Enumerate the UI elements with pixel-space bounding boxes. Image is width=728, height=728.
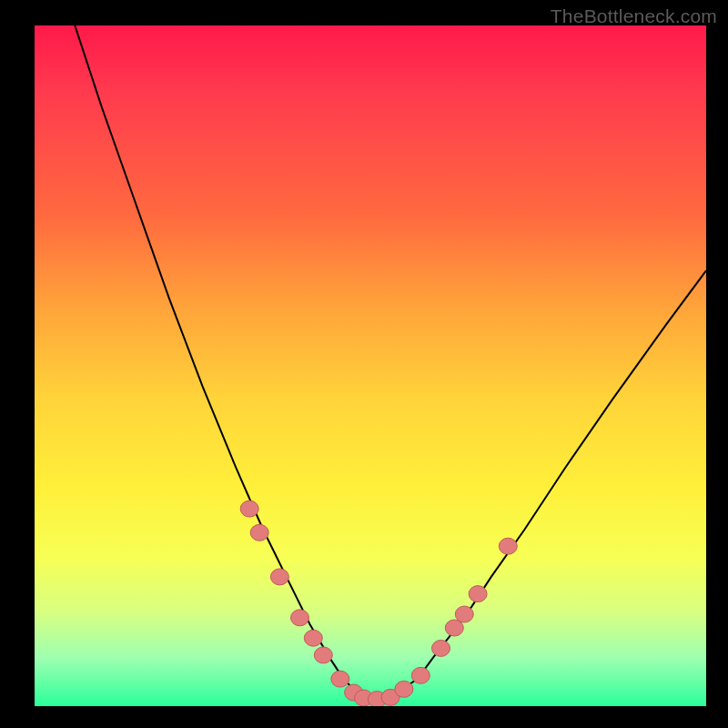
data-marker — [499, 538, 517, 554]
data-marker — [314, 647, 332, 663]
plot-outer — [35, 25, 706, 706]
watermark-text: TheBottleneck.com — [551, 5, 717, 27]
data-marker — [331, 671, 349, 687]
data-marker — [395, 681, 413, 697]
data-marker — [250, 524, 268, 541]
data-marker — [432, 640, 450, 656]
data-marker — [304, 630, 322, 646]
chart-frame: TheBottleneck.com — [0, 0, 728, 728]
data-marker — [240, 500, 258, 517]
bottleneck-curve — [75, 25, 706, 700]
data-marker — [270, 569, 288, 585]
data-marker — [291, 610, 309, 626]
data-marker — [469, 586, 487, 602]
chart-svg — [35, 25, 706, 706]
data-marker — [411, 667, 430, 683]
data-markers — [240, 500, 517, 706]
data-marker — [455, 606, 473, 622]
